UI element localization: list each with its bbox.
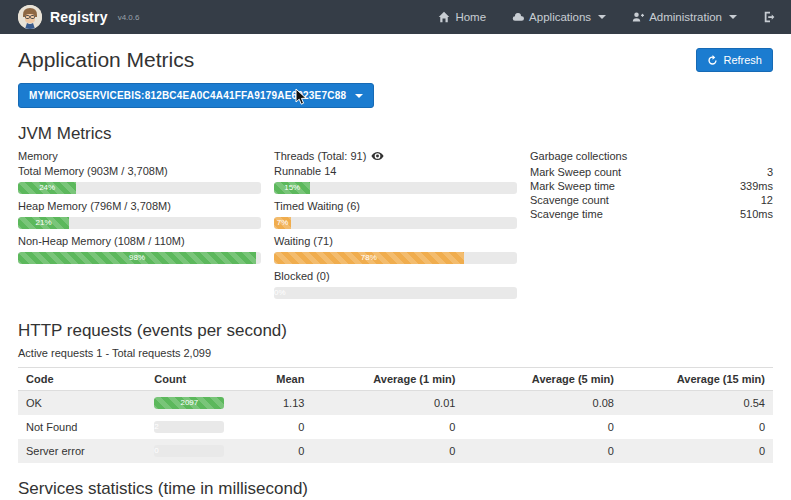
gc-value: 510ms xyxy=(740,207,773,221)
services-statistics-heading: Services statistics (time in millisecond… xyxy=(18,479,773,499)
count-bar: 2 xyxy=(154,421,224,433)
table-row: Server error 0 0 0 0 0 xyxy=(18,439,773,463)
heap-memory-bar: 21% xyxy=(18,217,261,229)
brand-version: v4.0.6 xyxy=(118,13,140,22)
heap-memory-label: Heap Memory (796M / 3,708M) xyxy=(18,200,261,212)
refresh-icon xyxy=(707,55,718,66)
sign-out-icon xyxy=(763,10,777,24)
table-row: OK 2097 1.13 0.01 0.08 0.54 xyxy=(18,391,773,416)
threads-column: Threads (Total: 91) Runnable 14 15% Time… xyxy=(274,150,517,305)
gc-value: 3 xyxy=(767,165,773,179)
blocked-bar: 0% xyxy=(274,287,517,299)
gc-row: Scavenge time510ms xyxy=(530,207,773,221)
chevron-down-icon xyxy=(355,94,363,98)
http-requests-subtitle: Active requests 1 - Total requests 2,099 xyxy=(18,347,773,359)
runnable-bar: 15% xyxy=(274,182,517,194)
instance-selector-dropdown[interactable]: MYMICROSERVICEBIS:812BC4EA0C4A41FFA9179A… xyxy=(18,83,374,108)
memory-heading: Memory xyxy=(18,150,261,162)
nav-administration[interactable]: Administration xyxy=(632,11,737,23)
waiting-bar: 78% xyxy=(274,252,517,264)
nonheap-memory-bar: 98% xyxy=(18,252,261,264)
waiting-label: Waiting (71) xyxy=(274,235,517,247)
nav-home[interactable]: Home xyxy=(438,11,486,23)
runnable-label: Runnable 14 xyxy=(274,165,517,177)
user-plus-icon xyxy=(632,11,644,23)
count-bar: 2097 xyxy=(154,397,224,409)
blocked-label: Blocked (0) xyxy=(274,270,517,282)
nonheap-memory-label: Non-Heap Memory (108M / 110M) xyxy=(18,235,261,247)
threads-heading: Threads (Total: 91) xyxy=(274,150,366,162)
gc-row: Mark Sweep time339ms xyxy=(530,179,773,193)
http-requests-table: Code Count Mean Average (1 min) Average … xyxy=(18,367,773,463)
page-title: Application Metrics xyxy=(18,48,194,72)
table-row: Not Found 2 0 0 0 0 xyxy=(18,415,773,439)
total-memory-label: Total Memory (903M / 3,708M) xyxy=(18,165,261,177)
cloud-icon xyxy=(512,11,524,23)
eye-icon[interactable] xyxy=(371,151,384,161)
gc-row: Scavenge count12 xyxy=(530,193,773,207)
memory-column: Memory Total Memory (903M / 3,708M) 24% … xyxy=(18,150,261,305)
jvm-metrics-heading: JVM Metrics xyxy=(18,124,773,144)
jhipster-logo-icon xyxy=(18,5,42,29)
http-requests-heading: HTTP requests (events per second) xyxy=(18,321,773,341)
gc-value: 339ms xyxy=(740,179,773,193)
total-memory-bar: 24% xyxy=(18,182,261,194)
gc-heading: Garbage collections xyxy=(530,150,773,162)
chevron-down-icon xyxy=(729,15,737,19)
refresh-button[interactable]: Refresh xyxy=(696,48,773,72)
count-bar: 0 xyxy=(154,445,224,457)
chevron-down-icon xyxy=(598,15,606,19)
gc-value: 12 xyxy=(761,193,773,207)
timed-waiting-bar: 7% xyxy=(274,217,517,229)
sign-out-button[interactable] xyxy=(763,10,777,24)
timed-waiting-label: Timed Waiting (6) xyxy=(274,200,517,212)
gc-column: Garbage collections Mark Sweep count3 Ma… xyxy=(530,150,773,305)
nav-applications[interactable]: Applications xyxy=(512,11,606,23)
navbar: Registry v4.0.6 Home Applications Admini… xyxy=(0,0,791,34)
home-icon xyxy=(438,11,450,23)
http-table-header: Code Count Mean Average (1 min) Average … xyxy=(18,368,773,391)
gc-row: Mark Sweep count3 xyxy=(530,165,773,179)
brand-link[interactable]: Registry v4.0.6 xyxy=(18,5,139,29)
brand-name: Registry xyxy=(50,9,108,25)
